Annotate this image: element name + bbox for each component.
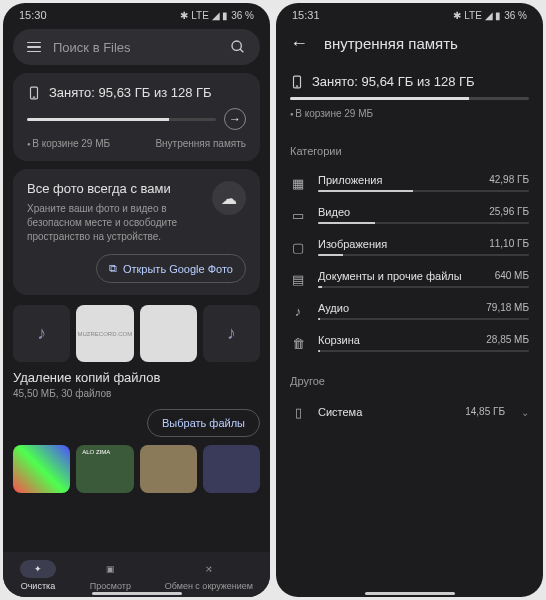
- header: ← внутренняя память: [276, 23, 543, 64]
- category-label: Изображения: [318, 238, 387, 250]
- category-bar: [318, 254, 529, 256]
- svg-line-1: [240, 49, 243, 52]
- image-icon: ▢: [290, 239, 306, 255]
- cloud-upload-icon: ☁: [212, 181, 246, 215]
- bottom-nav: ✦ Очистка ▣ Просмотр ⤨ Обмен с окружение…: [3, 552, 270, 597]
- storage-progress: [290, 97, 529, 100]
- file-thumbnails: ♪ MUZRECORD.COM ♪: [13, 305, 260, 362]
- category-bar: [318, 190, 529, 192]
- status-bar: 15:30 ✱ LTE ◢ ▮ 36 %: [3, 3, 270, 23]
- category-size: 28,85 МБ: [486, 334, 529, 346]
- apps-icon: ▦: [290, 175, 306, 191]
- system-icon: ▯: [290, 404, 306, 420]
- search-bar[interactable]: Поиск в Files: [13, 29, 260, 65]
- category-size: 25,96 ГБ: [489, 206, 529, 218]
- category-label: Видео: [318, 206, 350, 218]
- storage-summary: Занято: 95,64 ГБ из 128 ГБ В корзине 29 …: [276, 64, 543, 129]
- category-size: 42,98 ГБ: [489, 174, 529, 186]
- category-row[interactable]: ▭Видео25,96 ГБ: [276, 199, 543, 231]
- promo-text: Храните ваши фото и видео в безопасном м…: [27, 202, 197, 244]
- storage-progress: [27, 118, 216, 121]
- duplicates-sub: 45,50 МБ, 30 файлов: [13, 388, 260, 399]
- audio-icon: ♪: [290, 303, 306, 319]
- category-size: 640 МБ: [495, 270, 529, 282]
- thumbnail[interactable]: MUZRECORD.COM: [76, 305, 133, 362]
- trash-icon: 🗑: [290, 335, 306, 351]
- category-size: 79,18 МБ: [486, 302, 529, 314]
- search-icon[interactable]: [230, 39, 246, 55]
- category-size: 14,85 ГБ: [465, 406, 505, 418]
- duplicates-title: Удаление копий файлов: [13, 370, 260, 385]
- storage-title: Занято: 95,64 ГБ из 128 ГБ: [312, 74, 475, 89]
- bottom-thumbnails: [13, 445, 260, 493]
- nav-browse[interactable]: ▣ Просмотр: [90, 560, 131, 591]
- category-bar: [318, 350, 529, 352]
- arrow-right-icon[interactable]: →: [224, 108, 246, 130]
- storage-location: Внутренняя память: [155, 138, 246, 149]
- status-indicators: ✱ LTE ◢ ▮ 36 %: [180, 10, 254, 21]
- category-row[interactable]: ▦Приложения42,98 ГБ: [276, 167, 543, 199]
- share-icon: ⤨: [205, 564, 213, 574]
- trash-info: В корзине 29 МБ: [27, 138, 110, 149]
- promo-card: Все фото всегда с вами Храните ваши фото…: [13, 169, 260, 295]
- chevron-down-icon: ⌄: [521, 407, 529, 418]
- thumbnail[interactable]: ♪: [203, 305, 260, 362]
- search-placeholder: Поиск в Files: [53, 40, 218, 55]
- home-indicator[interactable]: [92, 592, 182, 595]
- select-files-button[interactable]: Выбрать файлы: [147, 409, 260, 437]
- section-categories: Категории: [276, 129, 543, 167]
- category-row[interactable]: 🗑Корзина28,85 МБ: [276, 327, 543, 359]
- thumbnail[interactable]: [140, 445, 197, 493]
- home-indicator[interactable]: [365, 592, 455, 595]
- thumbnail[interactable]: ♪: [13, 305, 70, 362]
- category-bar: [318, 318, 529, 320]
- trash-info: В корзине 29 МБ: [290, 108, 529, 119]
- nav-share[interactable]: ⤨ Обмен с окружением: [165, 560, 253, 591]
- category-label: Система: [318, 406, 362, 418]
- category-size: 11,10 ГБ: [489, 238, 529, 250]
- status-time: 15:31: [292, 9, 320, 21]
- category-label: Корзина: [318, 334, 360, 346]
- other-list: ▯Система14,85 ГБ⌄: [276, 397, 543, 427]
- phone-icon: [290, 75, 304, 89]
- storage-title: Занято: 95,63 ГБ из 128 ГБ: [49, 85, 212, 100]
- section-other: Другое: [276, 359, 543, 397]
- category-label: Документы и прочие файлы: [318, 270, 462, 282]
- nav-clean[interactable]: ✦ Очистка: [20, 560, 56, 591]
- right-screen: 15:31 ✱ LTE ◢ ▮ 36 % ← внутренняя память…: [276, 3, 543, 597]
- status-indicators: ✱ LTE ◢ ▮ 36 %: [453, 10, 527, 21]
- back-arrow-icon[interactable]: ←: [290, 33, 308, 54]
- status-bar: 15:31 ✱ LTE ◢ ▮ 36 %: [276, 3, 543, 23]
- promo-title: Все фото всегда с вами: [27, 181, 197, 196]
- thumbnail[interactable]: [76, 445, 133, 493]
- category-row[interactable]: ▢Изображения11,10 ГБ: [276, 231, 543, 263]
- category-bar: [318, 286, 529, 288]
- storage-card[interactable]: Занято: 95,63 ГБ из 128 ГБ → В корзине 2…: [13, 73, 260, 161]
- category-label: Аудио: [318, 302, 349, 314]
- open-photos-button[interactable]: ⧉ Открыть Google Фото: [96, 254, 246, 283]
- sparkle-icon: ✦: [34, 564, 42, 574]
- doc-icon: ▤: [290, 271, 306, 287]
- page-title: внутренняя память: [324, 35, 458, 52]
- category-row[interactable]: ▤Документы и прочие файлы640 МБ: [276, 263, 543, 295]
- svg-point-0: [232, 41, 241, 50]
- phone-icon: [27, 86, 41, 100]
- thumbnail[interactable]: [203, 445, 260, 493]
- category-label: Приложения: [318, 174, 382, 186]
- category-row[interactable]: ♪Аудио79,18 МБ: [276, 295, 543, 327]
- folder-icon: ▣: [106, 564, 115, 574]
- thumbnail[interactable]: [13, 445, 70, 493]
- left-screen: 15:30 ✱ LTE ◢ ▮ 36 % Поиск в Files Занят…: [3, 3, 270, 597]
- status-time: 15:30: [19, 9, 47, 21]
- video-icon: ▭: [290, 207, 306, 223]
- categories-list: ▦Приложения42,98 ГБ▭Видео25,96 ГБ▢Изобра…: [276, 167, 543, 359]
- thumbnail[interactable]: [140, 305, 197, 362]
- duplicates-card: Удаление копий файлов 45,50 МБ, 30 файло…: [13, 370, 260, 437]
- category-row[interactable]: ▯Система14,85 ГБ⌄: [276, 397, 543, 427]
- category-bar: [318, 222, 529, 224]
- external-link-icon: ⧉: [109, 262, 117, 275]
- menu-icon[interactable]: [27, 42, 41, 53]
